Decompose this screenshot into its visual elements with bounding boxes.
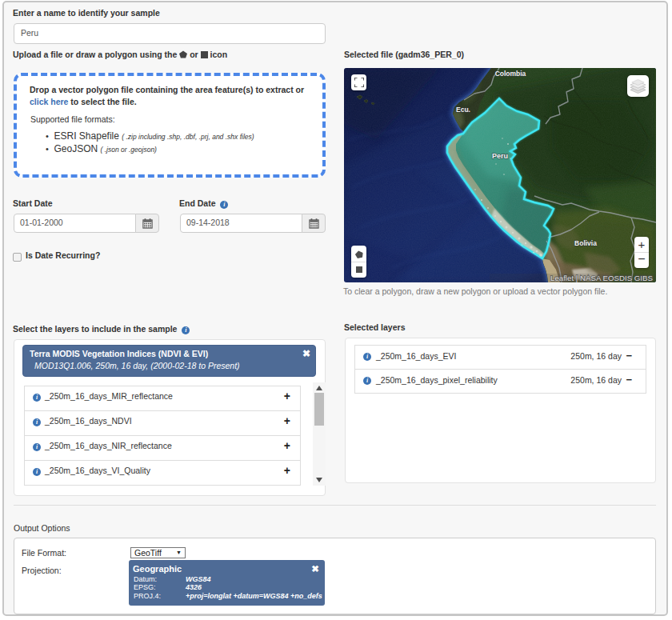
svg-text:Peru: Peru (492, 152, 508, 160)
svg-text:Bolivia: Bolivia (574, 239, 597, 247)
svg-text:Ecu.: Ecu. (456, 106, 470, 114)
svg-text:Colombia: Colombia (495, 70, 526, 78)
svg-text:Leaflet | NASA EOSDIS GIBS: Leaflet | NASA EOSDIS GIBS (550, 274, 654, 282)
